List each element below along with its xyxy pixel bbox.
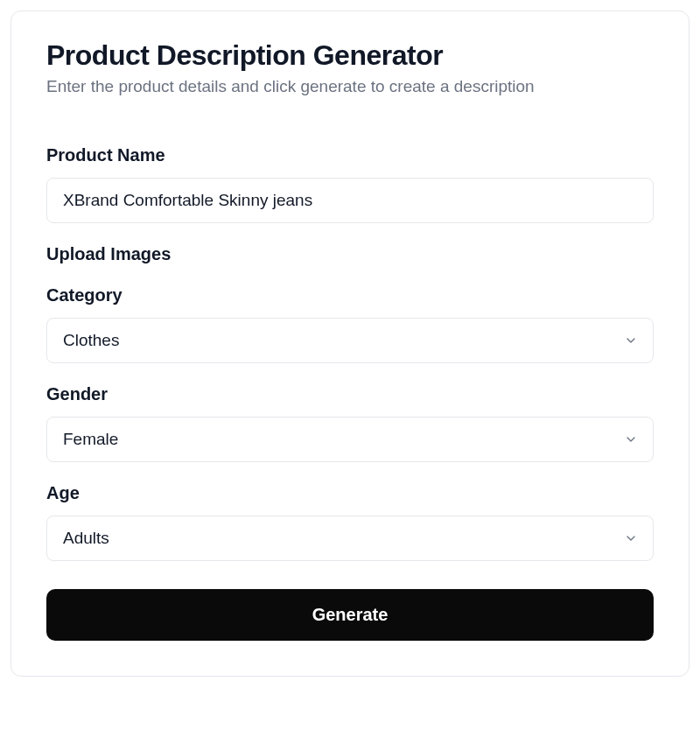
- category-group: Category Clothes: [46, 285, 654, 363]
- gender-group: Gender Female: [46, 384, 654, 462]
- upload-images-label: Upload Images: [46, 244, 654, 264]
- age-label: Age: [46, 483, 654, 503]
- page-title: Product Description Generator: [46, 39, 654, 72]
- category-label: Category: [46, 285, 654, 305]
- generate-button[interactable]: Generate: [46, 589, 654, 641]
- product-name-label: Product Name: [46, 145, 654, 165]
- upload-images-group: Upload Images: [46, 244, 654, 264]
- category-select[interactable]: Clothes: [46, 318, 654, 363]
- age-select[interactable]: Adults: [46, 516, 654, 561]
- age-group: Age Adults: [46, 483, 654, 561]
- gender-label: Gender: [46, 384, 654, 404]
- gender-select[interactable]: Female: [46, 417, 654, 462]
- product-name-group: Product Name: [46, 145, 654, 223]
- gender-select-wrapper: Female: [46, 417, 654, 462]
- category-select-wrapper: Clothes: [46, 318, 654, 363]
- generator-card: Product Description Generator Enter the …: [10, 11, 690, 677]
- age-select-wrapper: Adults: [46, 516, 654, 561]
- product-name-input[interactable]: [46, 178, 654, 223]
- page-subtitle: Enter the product details and click gene…: [46, 77, 654, 96]
